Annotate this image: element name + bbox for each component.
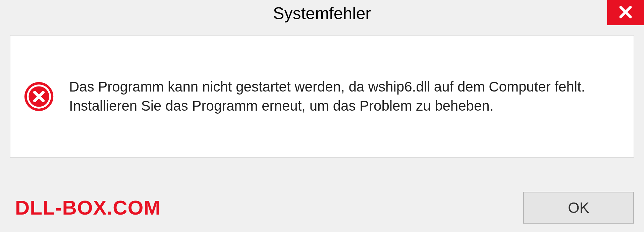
watermark-text: DLL-BOX.COM: [15, 196, 161, 219]
error-message: Das Programm kann nicht gestartet werden…: [69, 77, 620, 115]
dialog-footer: DLL-BOX.COM OK: [0, 192, 644, 224]
error-icon: [24, 81, 54, 112]
close-button[interactable]: [607, 0, 644, 25]
dialog-title: Systemfehler: [273, 4, 371, 23]
ok-button[interactable]: OK: [523, 192, 634, 224]
content-panel: Das Programm kann nicht gestartet werden…: [10, 35, 634, 158]
title-bar: Systemfehler: [0, 0, 644, 27]
error-dialog: Systemfehler Das Programm kann nicht ges…: [0, 0, 644, 232]
close-icon: [618, 5, 633, 21]
